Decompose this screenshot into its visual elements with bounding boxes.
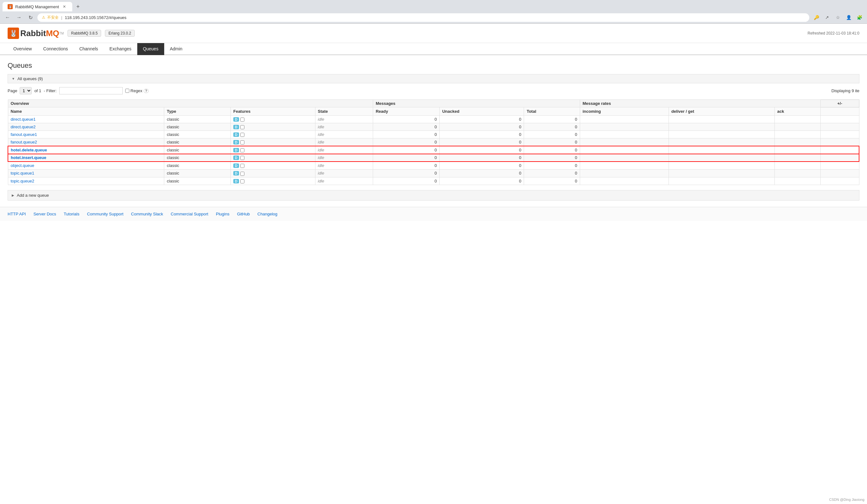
queue-name: hotel.insert.queue <box>8 154 164 162</box>
queue-type: classic <box>164 177 231 185</box>
queue-name: fanout.queue1 <box>8 131 164 139</box>
refresh-button[interactable]: ↻ <box>26 13 35 22</box>
queue-ready: 0 <box>373 154 440 162</box>
logo-rabbit: Rabbit <box>20 29 46 38</box>
table-row[interactable]: direct.queue2classicD idle000 <box>8 123 859 131</box>
col-incoming: incoming <box>580 107 668 116</box>
table-row[interactable]: object.queueclassicD idle000 <box>8 162 859 169</box>
queue-ready: 0 <box>373 139 440 146</box>
all-queues-label: All queues (9) <box>18 76 43 81</box>
queue-deliver_get <box>668 162 774 169</box>
queue-name: direct.queue2 <box>8 123 164 131</box>
plus-minus-button[interactable]: +/- <box>821 100 859 107</box>
queue-ack <box>774 162 821 169</box>
queue-state: idle <box>315 154 373 162</box>
key-icon[interactable]: 🔑 <box>812 13 821 22</box>
footer-link-community-slack[interactable]: Community Slack <box>131 212 163 216</box>
queue-ready: 0 <box>373 146 440 154</box>
feature-d-badge: D <box>233 125 239 129</box>
queue-incoming <box>580 139 668 146</box>
regex-checkbox[interactable] <box>125 89 129 93</box>
queue-ready: 0 <box>373 162 440 169</box>
add-queue-label: Add a new queue <box>17 193 49 198</box>
queue-unacked: 0 <box>439 177 524 185</box>
footer-link-commercial-support[interactable]: Commercial Support <box>171 212 208 216</box>
queue-type: classic <box>164 146 231 154</box>
active-tab[interactable]: 🐰 RabbitMQ Management ✕ <box>2 2 72 11</box>
queue-unacked: 0 <box>439 169 524 177</box>
table-row[interactable]: topic.queue2classicD idle000 <box>8 177 859 185</box>
regex-text: Regex <box>131 88 143 93</box>
nav-connections[interactable]: Connections <box>38 43 74 55</box>
queue-total: 0 <box>524 169 580 177</box>
url-bar[interactable]: ⚠ 不安全 | 118.195.243.105:15672/#/queues <box>38 13 809 22</box>
queue-deliver_get <box>668 123 774 131</box>
queue-name: object.queue <box>8 162 164 169</box>
logo-tm: TM <box>59 31 64 35</box>
add-queue-section: ▶ Add a new queue <box>8 190 859 200</box>
footer-link-github[interactable]: GitHub <box>237 212 250 216</box>
share-icon[interactable]: ↗ <box>823 13 832 22</box>
overview-section-header: Overview <box>8 100 373 107</box>
new-tab-button[interactable]: + <box>74 2 83 11</box>
filter-label: - Filter: <box>44 88 56 93</box>
queue-ready: 0 <box>373 123 440 131</box>
displaying-info: Displaying 9 ite <box>832 88 859 93</box>
col-ready: Ready <box>373 107 440 116</box>
nav-admin[interactable]: Admin <box>164 43 188 55</box>
table-row[interactable]: direct.queue1classicD idle000 <box>8 116 859 123</box>
footer-link-community-support[interactable]: Community Support <box>87 212 123 216</box>
table-row[interactable]: fanout.queue2classicD idle000 <box>8 139 859 146</box>
collapse-icon: ▼ <box>12 77 15 80</box>
queue-total: 0 <box>524 146 580 154</box>
url-text: 118.195.243.105:15672/#/queues <box>65 15 126 20</box>
tab-close-button[interactable]: ✕ <box>62 4 67 10</box>
queue-state: idle <box>315 177 373 185</box>
queue-type: classic <box>164 131 231 139</box>
queue-incoming <box>580 169 668 177</box>
filter-input[interactable] <box>59 87 123 95</box>
footer-link-http-api[interactable]: HTTP API <box>8 212 26 216</box>
queue-state: idle <box>315 139 373 146</box>
tab-favicon: 🐰 <box>8 4 13 9</box>
nav-queues[interactable]: Queues <box>137 43 164 55</box>
table-row[interactable]: hotel.insert.queueclassicD idle000 <box>8 154 859 162</box>
bookmark-icon[interactable]: ☆ <box>833 13 842 22</box>
queue-features: D <box>231 123 315 131</box>
page-footer: HTTP APIServer DocsTutorialsCommunity Su… <box>0 207 867 221</box>
profile-icon[interactable]: 👤 <box>844 13 853 22</box>
feature-d-badge: D <box>233 163 239 168</box>
add-queue-header[interactable]: ▶ Add a new queue <box>8 190 859 200</box>
back-button[interactable]: ← <box>3 13 12 22</box>
footer-link-server-docs[interactable]: Server Docs <box>34 212 56 216</box>
table-row[interactable]: hotel.delete.queueclassicD idle000 <box>8 146 859 154</box>
footer-link-plugins[interactable]: Plugins <box>216 212 229 216</box>
feature-d-badge: D <box>233 171 239 175</box>
footer-link-tutorials[interactable]: Tutorials <box>64 212 79 216</box>
queue-features: D <box>231 162 315 169</box>
add-queue-expand-icon: ▶ <box>12 194 14 197</box>
rabbitmq-version-badge: RabbitMQ 3.8.5 <box>67 30 101 37</box>
col-features: Features <box>231 107 315 116</box>
regex-help: ? <box>143 89 149 93</box>
refresh-info: Refreshed 2022-11-03 18:41:0 <box>808 31 859 35</box>
tab-title: RabbitMQ Management <box>15 4 59 9</box>
queue-ack <box>774 131 821 139</box>
queue-ack <box>774 146 821 154</box>
nav-overview[interactable]: Overview <box>8 43 38 55</box>
table-row[interactable]: fanout.queue1classicD idle000 <box>8 131 859 139</box>
pagination-area: Page 1 of 1 - Filter: Regex ? Displaying… <box>8 87 859 95</box>
extension-icon[interactable]: 🧩 <box>855 13 864 22</box>
nav-exchanges[interactable]: Exchanges <box>104 43 137 55</box>
footer-link-changelog[interactable]: Changelog <box>257 212 277 216</box>
erlang-version-badge: Erlang 23.0.2 <box>105 30 135 37</box>
forward-button[interactable]: → <box>14 13 23 22</box>
table-row[interactable]: topic.queue1classicD idle000 <box>8 169 859 177</box>
nav-channels[interactable]: Channels <box>74 43 104 55</box>
queue-state: idle <box>315 116 373 123</box>
queue-ready: 0 <box>373 177 440 185</box>
col-ack: ack <box>774 107 821 116</box>
page-title: Queues <box>8 62 859 70</box>
all-queues-section-header[interactable]: ▼ All queues (9) <box>8 74 859 83</box>
page-select[interactable]: 1 <box>20 87 32 95</box>
